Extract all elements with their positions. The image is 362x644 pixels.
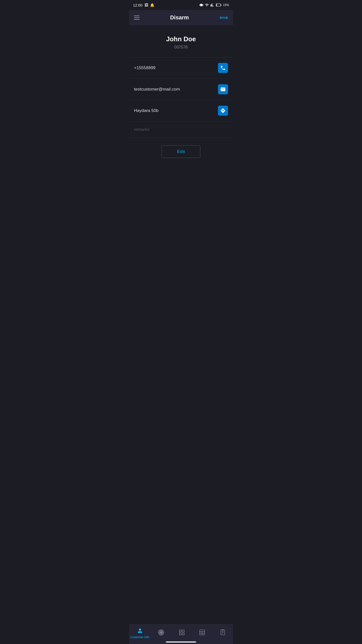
profile-name: John Doe bbox=[166, 35, 196, 43]
page-title: Disarm bbox=[170, 14, 189, 21]
battery-percentage: 15% bbox=[223, 3, 229, 7]
email-row[interactable]: testcustomer@mail.com bbox=[129, 79, 233, 100]
phone-number: +15558899 bbox=[134, 65, 156, 70]
status-bar-left: 12:00 🖼 🔔 bbox=[133, 3, 154, 7]
profile-section: John Doe 007576 bbox=[129, 25, 233, 57]
signal-icon bbox=[210, 3, 214, 7]
remarks-row: remarks bbox=[129, 122, 233, 138]
resize-button[interactable]: ⟺ bbox=[219, 14, 228, 21]
email-address: testcustomer@mail.com bbox=[134, 87, 180, 92]
battery-icon bbox=[216, 3, 221, 7]
wifi-icon bbox=[205, 3, 209, 7]
navigation-icon bbox=[220, 108, 226, 113]
remarks-text: remarks bbox=[134, 127, 149, 132]
gallery-icon: 🖼 bbox=[145, 3, 148, 7]
alarm-icon: 🔔 bbox=[150, 3, 154, 7]
navigation-icon-container bbox=[218, 106, 228, 116]
status-bar: 12:00 🖼 🔔 15% bbox=[129, 0, 233, 10]
edit-section: Edit bbox=[129, 138, 233, 166]
edit-button[interactable]: Edit bbox=[162, 145, 200, 158]
status-bar-right: 15% bbox=[199, 3, 229, 7]
phone-icon-container bbox=[218, 63, 228, 73]
email-icon-container bbox=[218, 84, 228, 94]
address-text: Haydara 50b bbox=[134, 108, 158, 113]
email-icon bbox=[220, 87, 226, 92]
profile-id: 007576 bbox=[174, 45, 188, 50]
top-nav: Disarm ⟺ bbox=[129, 10, 233, 25]
address-row[interactable]: Haydara 50b bbox=[129, 100, 233, 122]
status-time: 12:00 bbox=[133, 3, 143, 7]
info-list: +15558899 testcustomer@mail.com Haydara … bbox=[129, 57, 233, 138]
phone-icon bbox=[220, 65, 226, 71]
phone-row[interactable]: +15558899 bbox=[129, 57, 233, 79]
svg-rect-2 bbox=[216, 4, 217, 6]
vibrate-icon bbox=[199, 3, 203, 7]
main-content: John Doe 007576 +15558899 testcustomer@m… bbox=[129, 25, 233, 191]
svg-rect-1 bbox=[221, 4, 221, 6]
menu-button[interactable] bbox=[134, 16, 140, 20]
